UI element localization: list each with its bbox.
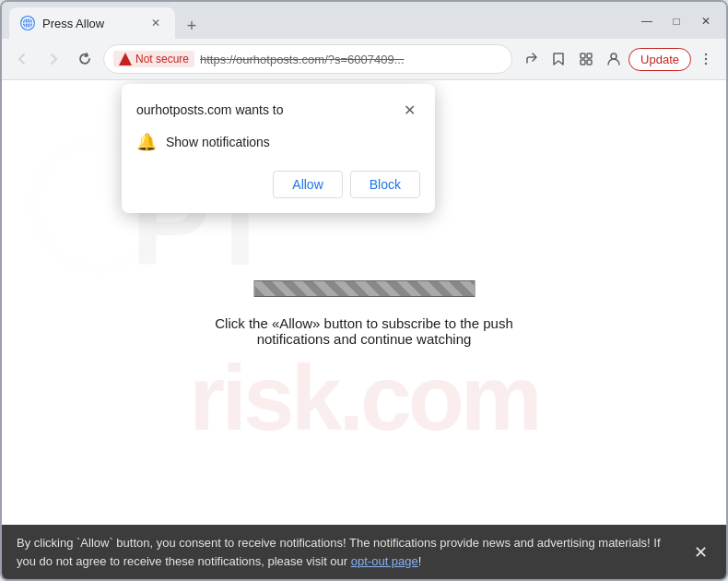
close-button[interactable]: ✕ (693, 8, 719, 34)
share-button[interactable] (518, 46, 544, 72)
menu-button[interactable] (693, 46, 719, 72)
window-controls: — □ ✕ (634, 8, 719, 38)
tab-favicon (20, 16, 35, 30)
opt-out-link[interactable]: opt-out page (351, 554, 418, 568)
bottom-consent-bar: By clicking `Allow` button, you consent … (2, 525, 726, 579)
popup-close-button[interactable]: ✕ (398, 99, 420, 121)
address-bar[interactable]: Not secure https://ourhotposts.com/?s=60… (103, 44, 512, 74)
warning-triangle-icon (119, 53, 132, 65)
toolbar-icons: Update (518, 46, 719, 72)
svg-point-12 (705, 63, 707, 65)
popup-header: ourhotposts.com wants to ✕ (136, 99, 420, 121)
svg-point-11 (705, 58, 707, 60)
new-tab-button[interactable]: + (179, 13, 205, 39)
bottom-bar-text: By clicking `Allow` button, you consent … (17, 534, 678, 570)
svg-point-9 (611, 53, 616, 59)
svg-point-10 (705, 53, 707, 55)
active-tab[interactable]: Press Allow ✕ (9, 7, 175, 39)
notification-popup: ourhotposts.com wants to ✕ 🔔 Show notifi… (122, 84, 435, 213)
subscribe-text: Click the «Allow» button to subscribe to… (183, 315, 546, 347)
bell-icon: 🔔 (136, 132, 157, 152)
extensions-button[interactable] (573, 46, 599, 72)
consent-text-before: By clicking `Allow` button, you consent … (17, 536, 661, 568)
not-secure-badge: Not secure (113, 51, 194, 67)
back-button[interactable] (9, 46, 35, 72)
tab-close-button[interactable]: ✕ (147, 15, 164, 31)
tab-strip: Press Allow ✕ + (9, 7, 634, 39)
bottom-bar-close-button[interactable]: ✕ (689, 541, 711, 563)
popup-title: ourhotposts.com wants to (136, 102, 284, 117)
svg-rect-7 (581, 60, 585, 65)
not-secure-label: Not secure (135, 53, 189, 65)
page-content: PT risk.com ourhotposts.com wants to ✕ 🔔… (2, 80, 726, 525)
update-button[interactable]: Update (628, 48, 691, 71)
popup-notification-row: 🔔 Show notifications (136, 132, 420, 152)
url-text: https://ourhotposts.com/?s=6007409... (200, 53, 502, 66)
forward-button[interactable] (41, 46, 66, 72)
browser-window: Press Allow ✕ + — □ ✕ Not secure https:/… (0, 0, 728, 581)
allow-button[interactable]: Allow (273, 171, 342, 198)
svg-rect-8 (587, 60, 592, 65)
title-bar: Press Allow ✕ + — □ ✕ (2, 2, 726, 39)
bookmark-button[interactable] (546, 46, 571, 72)
profile-button[interactable] (601, 46, 627, 72)
notification-label: Show notifications (166, 135, 270, 149)
reload-button[interactable] (72, 46, 98, 72)
toolbar: Not secure https://ourhotposts.com/?s=60… (2, 39, 726, 80)
progress-bar (253, 280, 475, 297)
minimize-button[interactable]: — (634, 8, 660, 34)
consent-text-after: ! (418, 554, 422, 568)
block-button[interactable]: Block (350, 171, 420, 198)
tab-title: Press Allow (42, 17, 140, 30)
maximize-button[interactable]: □ (663, 8, 689, 34)
svg-rect-5 (581, 53, 585, 58)
svg-rect-6 (587, 53, 592, 58)
svg-marker-4 (554, 53, 563, 65)
progress-area: Click the «Allow» button to subscribe to… (183, 280, 546, 347)
popup-buttons: Allow Block (136, 171, 420, 198)
watermark-risk: risk.com (189, 345, 538, 451)
